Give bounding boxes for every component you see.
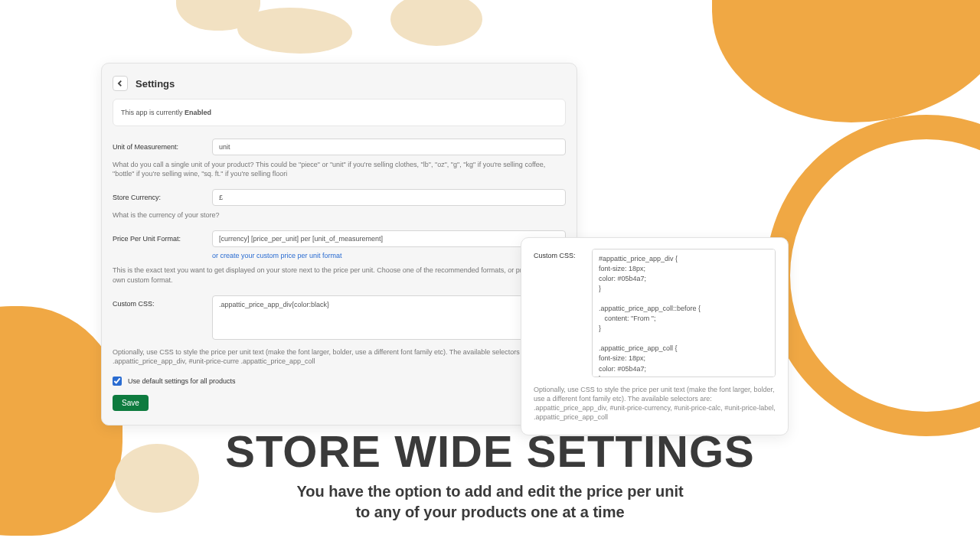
format-label: Price Per Unit Format: [113, 230, 207, 243]
currency-help: What is the currency of your store? [113, 210, 566, 220]
side-css-box[interactable]: #appattic_price_app_div { font-size: 18p… [592, 249, 776, 377]
decor-ring [766, 115, 980, 436]
custom-css-card: Custom CSS: #appattic_price_app_div { fo… [521, 237, 789, 435]
page-title: Settings [136, 78, 175, 90]
css-help: Optionally, use CSS to style the price p… [113, 347, 566, 366]
format-value: [currency] [price_per_unit] per [unit_of… [219, 235, 383, 243]
currency-label: Store Currency: [113, 189, 207, 201]
status-value: Enabled [185, 109, 211, 116]
settings-card: Settings This app is currently Enabled U… [101, 63, 577, 425]
format-select[interactable]: [currency] [price_per_unit] per [unit_of… [212, 230, 566, 247]
status-prefix: This app is currently [121, 109, 185, 116]
arrow-left-icon [116, 80, 124, 87]
settings-header: Settings [113, 74, 566, 99]
default-settings-checkbox-row[interactable]: Use default settings for all products [113, 377, 566, 386]
decor-blob [712, 0, 980, 122]
css-textarea[interactable] [212, 295, 566, 340]
hero-subtitle: You have the option to add and edit the … [0, 481, 980, 523]
unit-label: Unit of Measurement: [113, 139, 207, 151]
default-settings-checkbox[interactable] [113, 377, 122, 386]
custom-format-link[interactable]: or create your custom price per unit for… [212, 249, 342, 259]
decor-blob [390, 0, 482, 46]
format-help: This is the exact text you want to get d… [113, 266, 566, 284]
checkbox-label: Use default settings for all products [128, 377, 236, 385]
save-button[interactable]: Save [113, 395, 149, 411]
unit-help: What do you call a single unit of your p… [113, 160, 566, 178]
back-button[interactable] [113, 76, 128, 91]
css-label: Custom CSS: [113, 295, 207, 308]
hero: STORE WIDE SETTINGS You have the option … [0, 425, 980, 523]
decor-blob [237, 8, 352, 54]
hero-title: STORE WIDE SETTINGS [0, 425, 980, 477]
currency-input[interactable] [212, 189, 566, 206]
status-box: This app is currently Enabled [113, 99, 566, 126]
side-css-help: Optionally, use CSS to style the price p… [534, 385, 776, 422]
unit-input[interactable] [212, 139, 566, 155]
side-css-label: Custom CSS: [534, 249, 587, 259]
